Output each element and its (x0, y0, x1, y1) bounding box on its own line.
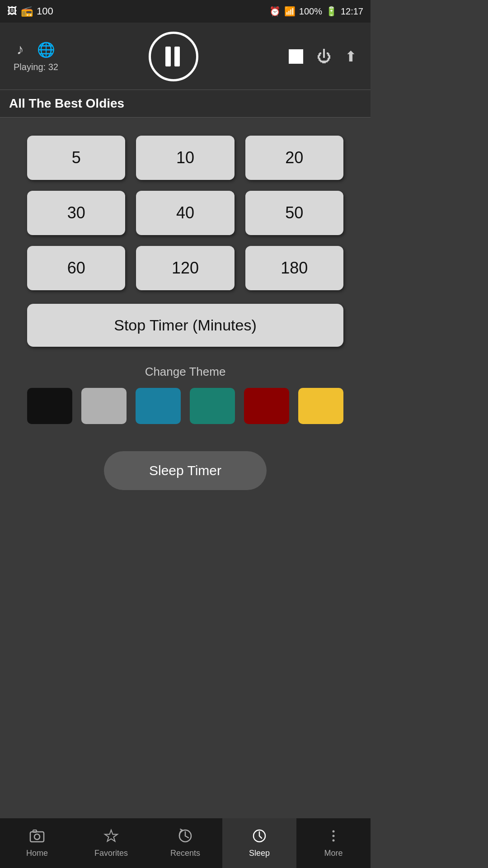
svg-point-7 (333, 835, 335, 837)
svg-marker-3 (105, 830, 117, 841)
sleep-icon (252, 828, 267, 846)
svg-point-8 (333, 840, 335, 842)
status-bar: 🖼 📻 100 ⏰ 📶 100% 🔋 12:17 (0, 0, 371, 23)
stop-timer-label: Stop Timer (114, 316, 188, 334)
nav-sleep[interactable]: Sleep (222, 818, 296, 868)
power-icon[interactable]: ⏻ (317, 48, 331, 65)
timer-grid: 5 10 20 30 40 50 60 120 180 (27, 136, 343, 290)
nav-recents-label: Recents (170, 849, 200, 858)
radio-icon: 📻 (21, 5, 33, 17)
theme-teal-blue[interactable] (136, 388, 181, 424)
playing-label: Playing: 32 (14, 62, 58, 72)
timer-60[interactable]: 60 (27, 246, 125, 290)
nav-recents[interactable]: Recents (148, 818, 222, 868)
status-right: ⏰ 📶 100% 🔋 12:17 (269, 6, 363, 17)
wifi-icon: 📶 (284, 6, 296, 17)
nav-more-label: More (324, 849, 343, 858)
pause-button-section (149, 32, 198, 81)
svg-rect-2 (33, 830, 37, 832)
theme-yellow[interactable] (298, 388, 343, 424)
timer-40[interactable]: 40 (136, 191, 234, 235)
recents-icon (178, 828, 193, 846)
favorites-icon (103, 828, 119, 846)
timer-10[interactable]: 10 (136, 136, 234, 180)
sleep-timer-button[interactable]: Sleep Timer (104, 451, 267, 490)
nav-favorites[interactable]: Favorites (74, 818, 148, 868)
nav-home[interactable]: Home (0, 818, 74, 868)
music-note-icon[interactable]: ♪ (16, 41, 23, 58)
home-icon (29, 828, 45, 846)
clock-time: 12:17 (341, 6, 363, 17)
sleep-timer-label: Sleep Timer (149, 463, 221, 478)
theme-colors (27, 388, 343, 424)
bottom-nav: Home Favorites Recents Sleep (0, 818, 371, 868)
theme-black[interactable] (27, 388, 72, 424)
battery-level: 100% (299, 6, 322, 17)
top-controls: ♪ 🌐 Playing: 32 ⏻ ⬆ (0, 23, 371, 90)
nav-sleep-label: Sleep (249, 849, 270, 858)
signal-strength: 100 (37, 5, 53, 17)
svg-point-6 (333, 830, 335, 833)
timer-5[interactable]: 5 (27, 136, 125, 180)
nav-favorites-label: Favorites (94, 849, 128, 858)
theme-label: Change Theme (27, 365, 343, 379)
station-title: All The Best Oldies (0, 90, 371, 118)
stop-icon[interactable] (289, 49, 303, 64)
sleep-timer-section: Sleep Timer (27, 451, 343, 490)
status-left: 🖼 📻 100 (7, 5, 53, 17)
theme-dark-red[interactable] (244, 388, 289, 424)
stop-timer-sublabel: (Minutes) (192, 316, 257, 334)
theme-section: Change Theme (27, 365, 343, 424)
pause-icon (165, 47, 182, 66)
share-icon[interactable]: ⬆ (345, 48, 357, 65)
timer-180[interactable]: 180 (245, 246, 343, 290)
pause-button[interactable] (149, 32, 198, 81)
main-content: 5 10 20 30 40 50 60 120 180 Stop Timer (… (0, 118, 371, 522)
top-right-section: ⏻ ⬆ (289, 48, 357, 65)
timer-30[interactable]: 30 (27, 191, 125, 235)
svg-rect-0 (30, 832, 44, 842)
svg-point-1 (34, 834, 40, 840)
theme-dark-teal[interactable] (190, 388, 235, 424)
globe-icon[interactable]: 🌐 (37, 41, 55, 58)
timer-20[interactable]: 20 (245, 136, 343, 180)
nav-home-label: Home (26, 849, 48, 858)
timer-120[interactable]: 120 (136, 246, 234, 290)
top-left-section: ♪ 🌐 Playing: 32 (14, 41, 58, 72)
alarm-icon: ⏰ (269, 6, 281, 17)
battery-icon: 🔋 (326, 6, 337, 17)
theme-gray[interactable] (81, 388, 127, 424)
stop-timer-button[interactable]: Stop Timer (Minutes) (27, 304, 343, 347)
more-icon (326, 828, 341, 846)
gallery-icon: 🖼 (7, 5, 17, 17)
nav-more[interactable]: More (296, 818, 371, 868)
timer-50[interactable]: 50 (245, 191, 343, 235)
